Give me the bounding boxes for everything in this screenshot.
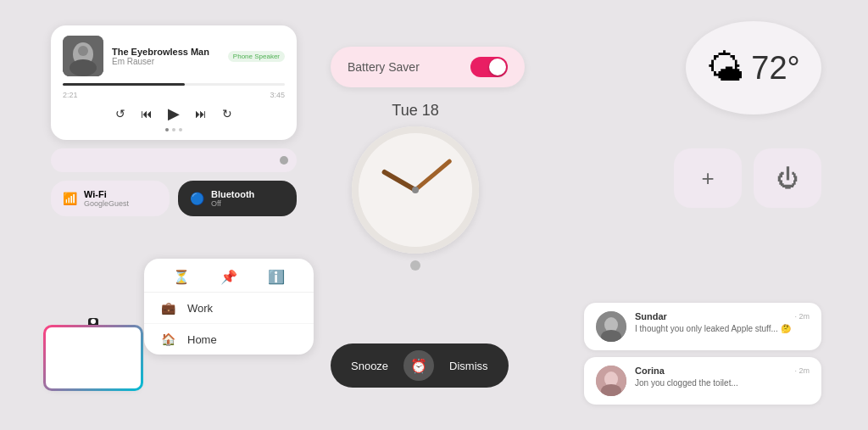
- wifi-tile[interactable]: 📶 Wi-Fi GoogleGuest: [51, 181, 170, 216]
- bluetooth-sub: Off: [211, 199, 254, 208]
- fpt-logo: FPT: [47, 328, 140, 396]
- info-icon[interactable]: ℹ️: [268, 269, 285, 285]
- play-button[interactable]: ▶: [168, 104, 180, 123]
- brightness-slider[interactable]: [51, 148, 297, 172]
- notif-sundar-time: · 2m: [794, 312, 810, 321]
- shortcut-menu: ⏳ 📌 ℹ️ 💼 Work 🏠 Home: [144, 259, 314, 355]
- sundar-avatar: [596, 311, 626, 342]
- next-button[interactable]: ⏭: [195, 107, 207, 120]
- shortcut-home[interactable]: 🏠 Home: [144, 324, 314, 355]
- svg-point-3: [78, 46, 88, 56]
- rewind-button[interactable]: ↺: [115, 107, 125, 120]
- clock-widget: Tue 18: [331, 102, 500, 271]
- quick-settings: 📶 Wi-Fi GoogleGuest 🔵 Bluetooth Off: [51, 148, 297, 216]
- svg-point-2: [70, 59, 97, 76]
- wifi-sub: GoogleGuest: [84, 199, 129, 208]
- alarm-icon: ⏰: [403, 350, 434, 381]
- add-button[interactable]: +: [674, 148, 742, 208]
- prev-button[interactable]: ⏮: [141, 107, 153, 120]
- pin-icon[interactable]: 📌: [220, 269, 237, 285]
- bluetooth-text: Bluetooth Off: [211, 189, 254, 208]
- music-info: The Eyebrowless Man Em Rauser: [112, 47, 220, 66]
- weather-card: 🌤 72°: [686, 21, 821, 114]
- snooze-button[interactable]: Snooze: [344, 356, 395, 376]
- clock-center: [412, 187, 419, 193]
- battery-toggle[interactable]: [470, 57, 508, 77]
- bluetooth-label: Bluetooth: [211, 189, 254, 199]
- bluetooth-icon: 🔵: [190, 192, 204, 205]
- avatar-face: [63, 36, 103, 76]
- fpt-clip: [88, 318, 98, 335]
- clock-face: [352, 126, 479, 254]
- clock-date: Tue 18: [392, 102, 438, 120]
- notif-corina-time: · 2m: [794, 366, 810, 375]
- notif-sundar-msg: I thought you only leaked Apple stuff...…: [635, 323, 810, 335]
- work-label: Work: [187, 302, 213, 315]
- wifi-icon: 📶: [63, 192, 77, 205]
- clock-foot: [410, 260, 420, 271]
- time-current: 2:21: [63, 91, 78, 99]
- alarm-row: Snooze ⏰ Dismiss: [331, 343, 509, 388]
- notif-sundar-header: Sundar · 2m: [635, 311, 810, 321]
- battery-label: Battery Saver: [348, 60, 420, 74]
- bluetooth-tile[interactable]: 🔵 Bluetooth Off: [178, 181, 297, 216]
- dot-2: [172, 128, 175, 131]
- notif-corina-msg: Jon you clogged the toilet...: [635, 377, 810, 389]
- notif-sundar-content: Sundar · 2m I thought you only leaked Ap…: [635, 311, 810, 335]
- fpt-card: FPT: [47, 328, 140, 388]
- battery-card: Battery Saver: [331, 47, 525, 87]
- wifi-label: Wi-Fi: [84, 189, 129, 199]
- notif-corina-header: Corina · 2m: [635, 366, 810, 376]
- weather-temp: 72°: [751, 50, 799, 87]
- work-icon: 💼: [161, 301, 175, 315]
- toggle-knob: [489, 59, 506, 75]
- plus-icon: +: [701, 165, 714, 192]
- notif-corina[interactable]: Corina · 2m Jon you clogged the toilet..…: [584, 357, 821, 405]
- power-button[interactable]: ⏻: [754, 148, 821, 208]
- notif-corina-content: Corina · 2m Jon you clogged the toilet..…: [635, 366, 810, 389]
- brightness-dot: [280, 156, 288, 165]
- music-artist: Em Rauser: [112, 57, 220, 66]
- qs-row: 📶 Wi-Fi GoogleGuest 🔵 Bluetooth Off: [51, 181, 297, 216]
- dot-3: [179, 128, 182, 131]
- notif-sundar[interactable]: Sundar · 2m I thought you only leaked Ap…: [584, 303, 821, 350]
- music-card: The Eyebrowless Man Em Rauser Phone Spea…: [51, 25, 297, 140]
- forward-button[interactable]: ↻: [222, 107, 232, 120]
- music-progress-fill: [63, 83, 185, 86]
- fpt-clip-dot: [91, 319, 96, 324]
- music-title: The Eyebrowless Man: [112, 47, 220, 57]
- music-controls: ↺ ⏮ ▶ ⏭ ↻: [63, 104, 285, 123]
- corina-avatar: [596, 366, 626, 396]
- fpt-text: FPT: [69, 343, 117, 374]
- notif-corina-name: Corina: [635, 366, 665, 376]
- notif-sundar-name: Sundar: [635, 311, 667, 321]
- music-time: 2:21 3:45: [63, 91, 285, 99]
- action-buttons: + ⏻: [674, 148, 821, 208]
- shortcut-work[interactable]: 💼 Work: [144, 293, 314, 324]
- album-art: [63, 36, 103, 76]
- main-container: The Eyebrowless Man Em Rauser Phone Spea…: [0, 0, 868, 430]
- phone-speaker-badge: Phone Speaker: [228, 51, 285, 62]
- dot-1: [165, 128, 169, 131]
- power-icon: ⏻: [776, 165, 798, 192]
- dismiss-button[interactable]: Dismiss: [442, 356, 495, 376]
- minute-hand: [414, 159, 452, 192]
- home-label: Home: [187, 333, 217, 346]
- music-dots: [63, 128, 285, 131]
- wifi-text: Wi-Fi GoogleGuest: [84, 189, 129, 208]
- timer-icon[interactable]: ⏳: [173, 269, 190, 285]
- music-header: The Eyebrowless Man Em Rauser Phone Spea…: [63, 36, 285, 76]
- notifications: Sundar · 2m I thought you only leaked Ap…: [584, 303, 821, 405]
- weather-sun-icon: 🌤: [707, 49, 744, 87]
- shortcut-icons-row: ⏳ 📌 ℹ️: [144, 259, 314, 293]
- home-icon: 🏠: [161, 332, 175, 346]
- time-total: 3:45: [270, 91, 285, 99]
- music-progress-bar[interactable]: [63, 83, 285, 86]
